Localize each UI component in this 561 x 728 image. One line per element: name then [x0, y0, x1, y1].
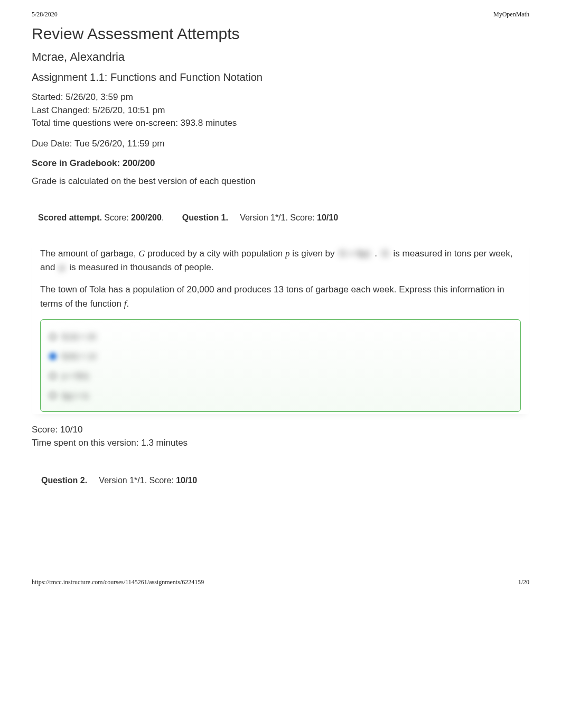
q1-t-f: is measured in thousands of people. [67, 262, 214, 272]
q1-blur-2: G [380, 247, 391, 261]
question-1-version: Version 1*/1. Score: [240, 213, 317, 222]
question-1-body: The amount of garbage, G produced by a c… [32, 236, 529, 414]
footer-page: 1/20 [518, 578, 529, 586]
q1-time-spent: Time spent on this version: 1.3 minutes [32, 437, 529, 450]
radio-icon[interactable] [49, 353, 57, 360]
q1-blur-1: G = f(p) [337, 247, 372, 261]
q1-blur-3: p [58, 261, 67, 274]
attempt-tab-score-label: Score: [102, 213, 131, 222]
question-1-label: Question 1. [182, 213, 228, 222]
due-date-block: Due Date: Tue 5/26/20, 11:59 pm [32, 137, 529, 151]
grade-calc-note: Grade is calculated on the best version … [32, 176, 529, 187]
q1-p2-b: . [126, 299, 129, 309]
question-2-header: Question 2. Version 1*/1. Score: 10/10 [32, 468, 207, 493]
q1-p2-a: The town of Tola has a population of 20,… [40, 284, 504, 308]
question-1-header: Question 1. Version 1*/1. Score: 10/10 [173, 206, 348, 230]
print-footer: https://tmcc.instructure.com/courses/114… [32, 578, 529, 586]
q1-t-a: The amount of garbage, [40, 248, 138, 259]
q1-answer-box: f(13) = 20 f(20) = 13 p = f(G) f(p) = G [40, 319, 521, 412]
q1-t-b: produced by a city with population [145, 248, 285, 259]
q1-option-2[interactable]: f(20) = 13 [49, 350, 512, 362]
question-2-label: Question 2. [41, 476, 87, 485]
q1-option-3-text: p = f(G) [62, 370, 89, 382]
attempt-tab-period: . [162, 213, 164, 222]
page-title: Review Assessment Attempts [32, 25, 529, 43]
q1-option-1[interactable]: f(13) = 20 [49, 330, 512, 343]
question-1-score: 10/10 [317, 213, 338, 222]
q1-result: Score: 10/10 Time spent on this version:… [32, 423, 529, 449]
attempt-tab-score-value: 200/200 [131, 213, 162, 222]
q1-t-c: is given by [290, 248, 338, 259]
started-line: Started: 5/26/20, 3:59 pm [32, 91, 529, 104]
question-2-score: 10/10 [176, 476, 197, 485]
radio-icon[interactable] [49, 372, 57, 380]
assignment-title: Assignment 1.1: Functions and Function N… [32, 71, 529, 84]
q1-para-1: The amount of garbage, G produced by a c… [40, 247, 521, 275]
due-date-line: Due Date: Tue 5/26/20, 11:59 pm [32, 137, 529, 151]
q1-option-1-text: f(13) = 20 [62, 330, 96, 343]
q1-option-3[interactable]: p = f(G) [49, 370, 512, 382]
q1-t-d: . [372, 248, 379, 259]
page-container: 5/28/2020 MyOpenMath Review Assessment A… [0, 0, 561, 602]
footer-url: https://tmcc.instructure.com/courses/114… [32, 578, 204, 586]
gradebook-label: Score in Gradebook: [32, 158, 123, 168]
radio-icon[interactable] [49, 333, 57, 340]
q1-option-2-text: f(20) = 13 [62, 350, 96, 362]
q1-option-4-text: f(p) = G [62, 390, 89, 402]
question-2-version: Version 1*/1. Score: [99, 476, 176, 485]
q1-option-4[interactable]: f(p) = G [49, 390, 512, 402]
last-changed-line: Last Changed: 5/26/20, 10:51 pm [32, 104, 529, 117]
attempt-meta: Started: 5/26/20, 3:59 pm Last Changed: … [32, 91, 529, 130]
q1-para-2: The town of Tola has a population of 20,… [40, 283, 521, 311]
print-date: 5/28/2020 [32, 11, 58, 19]
gradebook-score: Score in Gradebook: 200/200 [32, 158, 529, 169]
q1-var-g: G [138, 248, 145, 259]
radio-icon[interactable] [49, 392, 57, 399]
q1-var-p: p [285, 248, 290, 259]
gradebook-value: 200/200 [123, 158, 155, 168]
print-header: 5/28/2020 MyOpenMath [32, 11, 529, 19]
app-name: MyOpenMath [493, 11, 529, 19]
student-name: Mcrae, Alexandria [32, 50, 529, 64]
attempt-tab[interactable]: Scored attempt. Score: 200/200. [32, 209, 170, 227]
q1-result-score: Score: 10/10 [32, 423, 529, 437]
attempt-tab-label: Scored attempt. [38, 213, 102, 222]
time-onscreen-line: Total time questions were on-screen: 393… [32, 117, 529, 130]
